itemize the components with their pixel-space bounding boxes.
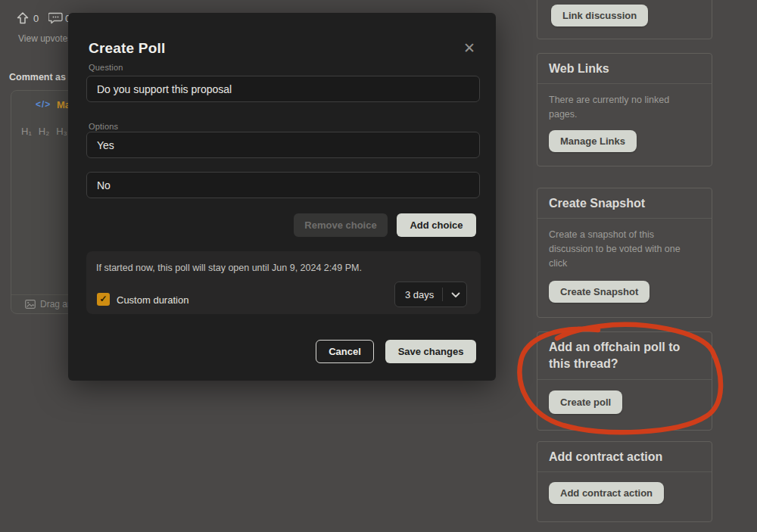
h2-button[interactable]: H₂	[39, 126, 49, 137]
create-snapshot-button[interactable]: Create Snapshot	[549, 281, 650, 303]
cancel-button[interactable]: Cancel	[316, 340, 374, 363]
save-changes-button[interactable]: Save changes	[385, 340, 476, 363]
panel-contract-action: Add contract action Add contract action	[537, 441, 712, 522]
option-input-1[interactable]	[86, 132, 480, 158]
dropdown-divider	[442, 288, 443, 301]
duration-value: 3 days	[405, 289, 434, 300]
panel-offchain-poll: Add an offchain poll to this thread? Cre…	[537, 331, 712, 431]
panel-web-links: Web Links There are currently no linked …	[537, 53, 712, 166]
chevron-down-icon	[451, 292, 460, 298]
web-links-empty-text: There are currently no linked pages.	[549, 93, 684, 122]
add-contract-action-button[interactable]: Add contract action	[549, 482, 664, 504]
offchain-poll-title: Add an offchain poll to this thread?	[537, 332, 712, 380]
h3-button[interactable]: H₃	[56, 126, 67, 137]
h1-button[interactable]: H₁	[21, 126, 32, 137]
close-icon[interactable]: ✕	[459, 39, 479, 58]
contract-action-title: Add contract action	[537, 442, 712, 472]
code-icon: </>	[36, 99, 51, 110]
comments-button[interactable]	[48, 12, 64, 29]
question-label: Question	[89, 63, 123, 72]
page: 0 0 View upvotes Comment as R </> Markd …	[0, 0, 757, 532]
create-snapshot-title: Create Snapshot	[537, 188, 712, 219]
upvote-arrow-icon	[15, 11, 30, 26]
comment-bubble-icon	[48, 12, 64, 26]
options-label: Options	[89, 122, 118, 131]
custom-duration-checkbox[interactable]: ✓	[97, 293, 110, 306]
upvote-count: 0	[33, 13, 39, 24]
option-input-2[interactable]	[86, 172, 480, 198]
image-icon	[25, 300, 36, 309]
create-snapshot-description: Create a snapshot of this discussion to …	[549, 228, 696, 270]
duration-box: If started now, this poll will stay open…	[86, 251, 481, 314]
remove-choice-button[interactable]: Remove choice	[294, 213, 388, 237]
comment-as-label: Comment as R	[9, 72, 76, 82]
web-links-title: Web Links	[537, 54, 712, 84]
manage-links-button[interactable]: Manage Links	[549, 130, 637, 152]
create-poll-button[interactable]: Create poll	[549, 390, 622, 414]
panel-create-snapshot: Create Snapshot Create a snapshot of thi…	[537, 188, 712, 318]
duration-note: If started now, this poll will stay open…	[96, 263, 362, 273]
create-poll-modal: Create Poll ✕ Question Options Remove ch…	[68, 13, 496, 381]
modal-title: Create Poll	[89, 40, 165, 57]
question-input[interactable]	[86, 76, 480, 102]
heading-toolbar: H₁ H₂ H₃	[21, 126, 67, 137]
view-upvotes-link[interactable]: View upvotes	[18, 33, 72, 44]
panel-linked-discussions: Link discussion	[537, 0, 712, 39]
upvote-button[interactable]	[15, 11, 30, 29]
custom-duration-label: Custom duration	[117, 294, 188, 306]
link-discussion-button[interactable]: Link discussion	[551, 5, 648, 26]
add-choice-button[interactable]: Add choice	[397, 213, 476, 237]
duration-dropdown[interactable]: 3 days	[394, 282, 467, 307]
